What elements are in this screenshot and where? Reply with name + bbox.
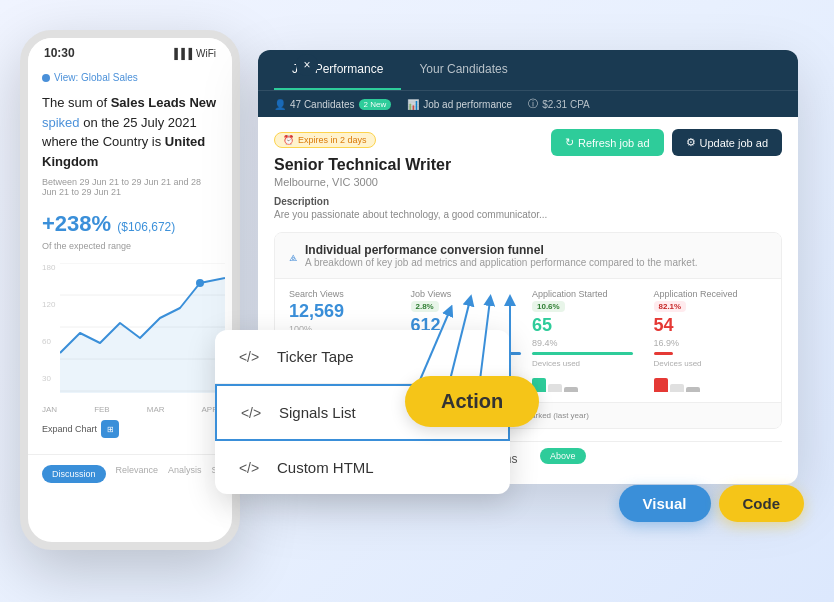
- view-label-container: View: Global Sales: [42, 72, 218, 83]
- app-started-bar: [532, 352, 633, 355]
- signal-icon: ▐▐▐: [171, 48, 192, 59]
- tab-analysis[interactable]: Analysis: [168, 465, 202, 483]
- view-label-text: View: Global Sales: [54, 72, 138, 83]
- funnel-subtitle: A breakdown of key job ad metrics and ap…: [305, 257, 697, 268]
- svg-point-6: [196, 279, 204, 287]
- tab-discussion[interactable]: Discussion: [42, 465, 106, 483]
- job-actions: ↻ Refresh job ad ⚙ Update job ad: [551, 129, 782, 156]
- description-text: Are you passionate about technology, a g…: [274, 209, 547, 220]
- country-text: United Kingdom: [42, 134, 205, 169]
- description-label: Description: [274, 196, 547, 207]
- job-panel-header: Job Performance Your Candidates 👤 47 Can…: [258, 50, 798, 117]
- above-badge: Above: [540, 448, 586, 464]
- view-dot-icon: [42, 74, 50, 82]
- signals-list-label: Signals List: [279, 404, 356, 421]
- sales-leads-text: Sales Leads New: [111, 95, 217, 110]
- metric-big-value: +238%: [42, 211, 117, 236]
- new-badge: 2 New: [359, 99, 392, 110]
- app-received-bar: [654, 352, 673, 355]
- phone-status-icons: ▐▐▐ WiFi: [171, 48, 216, 59]
- code-button[interactable]: Code: [719, 485, 805, 522]
- funnel-icon: ⟁: [289, 248, 297, 264]
- search-views-value: 12,569: [289, 301, 403, 322]
- candidates-count: 👤 47 Candidates 2 New: [274, 99, 391, 110]
- update-job-button[interactable]: ⚙ Update job ad: [672, 129, 783, 156]
- app-started-device-bars: [532, 372, 646, 392]
- ad-performance-item: 📊 Job ad performance: [407, 99, 512, 110]
- visual-button[interactable]: Visual: [619, 485, 711, 522]
- perf-header: ⟁ Individual performance conversion funn…: [275, 233, 781, 279]
- y-axis-labels: 180 120 60 30: [42, 263, 55, 383]
- refresh-job-button[interactable]: ↻ Refresh job ad: [551, 129, 664, 156]
- candidate-icon: 👤: [274, 99, 286, 110]
- job-info: ⏰ Expires in 2 days Senior Technical Wri…: [274, 129, 547, 232]
- signals-list-icon: </>: [237, 405, 265, 421]
- app-received-pct: 16.9%: [654, 338, 768, 348]
- clock-icon: ⏰: [283, 135, 294, 145]
- chart-x-labels: JAN FEB MAR APR: [42, 405, 218, 414]
- search-views-label: Search Views: [289, 289, 403, 299]
- visual-code-group: Visual Code: [619, 485, 804, 522]
- job-bar: 👤 47 Candidates 2 New 📊 Job ad performan…: [258, 90, 798, 117]
- phone-tabs: Discussion Relevance Analysis Story: [28, 454, 232, 493]
- tab-job-performance[interactable]: Job Performance: [274, 50, 401, 90]
- tab-your-candidates[interactable]: Your Candidates: [401, 50, 525, 90]
- phone-mockup: 10:30 ▐▐▐ WiFi View: Global Sales The su…: [20, 30, 240, 550]
- tab-relevance[interactable]: Relevance: [116, 465, 159, 483]
- app-started-value: 65: [532, 315, 646, 336]
- settings-icon: ⚙: [686, 136, 696, 149]
- funnel-title: Individual performance conversion funnel: [305, 243, 697, 257]
- expires-badge: ⏰ Expires in 2 days: [274, 132, 376, 148]
- phone-subtitle: Between 29 Jun 21 to 29 Jun 21 and 28 Ju…: [42, 177, 218, 197]
- expand-chart-label: Expand Chart: [42, 424, 97, 434]
- app-started-badge: 10.6%: [532, 301, 565, 312]
- custom-html-label: Custom HTML: [277, 459, 374, 476]
- job-views-badge: 2.8%: [411, 301, 439, 312]
- expand-chart-button[interactable]: Expand Chart ⊞: [42, 420, 218, 438]
- phone-status-bar: 10:30 ▐▐▐ WiFi: [28, 38, 232, 64]
- app-received-badge: 82.1%: [654, 301, 687, 312]
- phone-chart-svg: [60, 263, 225, 393]
- spiked-text: spiked: [42, 115, 80, 130]
- action-button[interactable]: Action: [405, 376, 539, 427]
- app-received-label: Application Received: [654, 289, 768, 299]
- metric-sub-value: ($106,672): [117, 220, 175, 234]
- menu-custom-html[interactable]: </> Custom HTML: [215, 441, 510, 494]
- app-received-device-bars: [654, 372, 768, 392]
- app-started-label: Application Started: [532, 289, 646, 299]
- app-started-pct: 89.4%: [532, 338, 646, 348]
- custom-html-icon: </>: [235, 460, 263, 476]
- phone-alert-title: The sum of Sales Leads New spiked on the…: [42, 93, 218, 171]
- app-received-value: 54: [654, 315, 768, 336]
- close-button[interactable]: ×: [296, 54, 318, 76]
- expand-icon: ⊞: [101, 420, 119, 438]
- ticker-tape-label: Ticker Tape: [277, 348, 354, 365]
- job-views-label: Job Views: [411, 289, 525, 299]
- job-title: Senior Technical Writer: [274, 156, 547, 174]
- job-location: Melbourne, VIC 3000: [274, 176, 547, 188]
- phone-content: View: Global Sales The sum of Sales Lead…: [28, 64, 232, 446]
- cpa-icon: ⓘ: [528, 97, 538, 111]
- perf-icon-bar: 📊: [407, 99, 419, 110]
- app-started-devices-label: Devices used: [532, 359, 646, 368]
- ticker-tape-icon: </>: [235, 349, 263, 365]
- metric-app-started: Application Started 10.6% 65 89.4% Devic…: [532, 289, 646, 392]
- job-tabs: Job Performance Your Candidates: [258, 50, 798, 90]
- metric-app-received: Application Received 82.1% 54 16.9% Devi…: [654, 289, 768, 392]
- refresh-icon: ↻: [565, 136, 574, 149]
- cpa-item: ⓘ $2.31 CPA: [528, 97, 590, 111]
- wifi-icon: WiFi: [196, 48, 216, 59]
- phone-time: 10:30: [44, 46, 75, 60]
- phone-metric: +238% ($106,672): [42, 211, 218, 237]
- app-received-devices-label: Devices used: [654, 359, 768, 368]
- metric-label-text: Of the expected range: [42, 241, 218, 251]
